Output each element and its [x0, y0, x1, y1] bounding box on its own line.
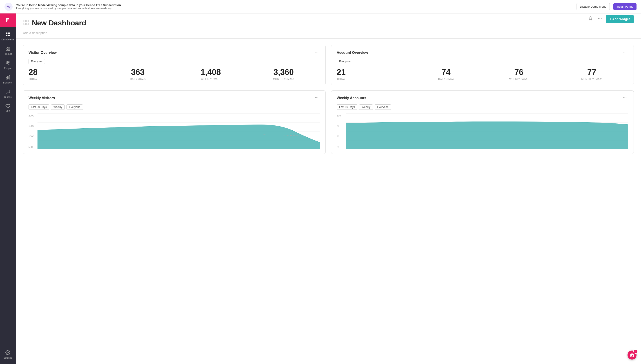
svg-point-28 — [626, 52, 626, 52]
demo-banner: You're in Demo Mode viewing sample data … — [0, 0, 641, 14]
weekly-visitors-header: Weekly Visitors — [29, 95, 320, 101]
weekly-accounts-menu-btn[interactable] — [621, 95, 628, 101]
stat-mau-label: MONTHLY (MAU) — [247, 78, 320, 80]
sidebar-item-behavior[interactable]: Behavior — [0, 72, 16, 86]
stat-today-visitors: 28 TODAY — [29, 68, 102, 80]
account-overview-header: Account Overview — [337, 50, 628, 56]
stat-today-acc-value: 21 — [337, 68, 410, 77]
svg-rect-15 — [24, 20, 26, 22]
wa-y-labels: 100 75 50 25 — [337, 113, 346, 149]
nps-label: NPS — [6, 110, 10, 113]
wv-y-1500: 1500 — [29, 124, 38, 127]
demo-banner-text: You're in Demo Mode viewing sample data … — [16, 3, 573, 10]
sidebar-item-settings[interactable]: Settings — [0, 348, 16, 362]
svg-point-25 — [317, 52, 318, 52]
svg-marker-44 — [631, 354, 633, 357]
svg-point-24 — [316, 52, 317, 52]
wv-y-1000: 1000 — [29, 135, 38, 138]
visitor-overview-menu-btn[interactable] — [313, 50, 320, 56]
install-pendo-btn[interactable]: Install Pendo — [613, 3, 636, 10]
account-overview-stats: 21 TODAY 74 DAILY (DAA) 76 WEEKLY (WAA) … — [337, 68, 628, 80]
svg-point-27 — [624, 52, 625, 52]
weekly-accounts-header: Weekly Accounts — [337, 95, 628, 101]
wa-tag-2: Everyone — [375, 104, 391, 110]
visitor-overview-stats: 28 TODAY 363 DAILY (DAU) 1,408 WEEKLY (W… — [29, 68, 320, 80]
sidebar-item-dashboards[interactable]: Dashboards — [0, 29, 16, 44]
sidebar-item-product[interactable]: Product — [0, 44, 16, 58]
stat-mau: 3,360 MONTHLY (MAU) — [247, 68, 320, 80]
sidebar-item-people[interactable]: People — [0, 58, 16, 72]
behavior-icon — [6, 75, 10, 80]
app-body: Dashboards Product — [0, 14, 641, 364]
stat-wau-label: WEEKLY (WAU) — [174, 78, 247, 80]
account-overview-menu-btn[interactable] — [621, 50, 628, 56]
svg-point-30 — [316, 97, 317, 98]
people-label: People — [4, 67, 12, 70]
visitor-overview-header: Visitor Overview — [29, 50, 320, 56]
svg-rect-6 — [8, 47, 10, 48]
account-overview-title: Account Overview — [337, 51, 368, 55]
weekly-visitors-tags: Last 90 Days Weekly Everyone — [29, 104, 320, 110]
wa-tag-1: Weekly — [359, 104, 373, 110]
stat-wau: 1,408 WEEKLY (WAU) — [174, 68, 247, 80]
stat-dau-value: 363 — [102, 68, 175, 77]
visitor-overview-tag-everyone: Everyone — [29, 59, 45, 64]
account-overview-widget: Account Overview Everyone 21 TODAY — [331, 45, 634, 85]
wa-chart-area — [346, 113, 628, 149]
guides-icon — [6, 89, 10, 95]
svg-marker-19 — [588, 16, 592, 20]
demo-main-text: You're in Demo Mode viewing sample data … — [16, 3, 573, 7]
svg-point-10 — [8, 62, 10, 62]
svg-point-38 — [624, 97, 625, 98]
dashboards-icon — [6, 32, 10, 38]
notification-badge[interactable]: 4 — [627, 350, 636, 360]
disable-demo-btn[interactable]: Disable Demo Mode — [576, 3, 610, 10]
weekly-visitors-widget: Weekly Visitors Last 90 Days Weekly Ever… — [23, 90, 326, 154]
product-label: Product — [4, 53, 12, 55]
wv-chart-area — [38, 113, 320, 149]
stat-dau: 363 DAILY (DAU) — [102, 68, 175, 80]
wv-y-labels: 2000 1500 1000 500 — [29, 113, 38, 149]
more-options-btn[interactable] — [596, 15, 603, 23]
stat-today-acc-label: TODAY — [337, 78, 410, 80]
svg-rect-18 — [27, 23, 28, 25]
svg-point-39 — [626, 97, 626, 98]
sidebar-logo — [0, 14, 16, 27]
stat-waa-label: WEEKLY (WAA) — [482, 78, 555, 80]
dashboard-grid: Visitor Overview Everyone 28 TODAY — [16, 38, 641, 160]
weekly-visitors-title: Weekly Visitors — [29, 96, 55, 100]
sidebar-item-nps[interactable]: NPS — [0, 101, 16, 115]
sidebar: Dashboards Product — [0, 14, 16, 364]
favorite-btn[interactable] — [587, 15, 594, 23]
svg-rect-8 — [8, 49, 10, 50]
svg-point-20 — [598, 18, 599, 19]
wv-tag-1: Weekly — [51, 104, 65, 110]
add-widget-btn[interactable]: + Add Widget — [606, 15, 634, 23]
svg-rect-17 — [24, 23, 26, 25]
wa-y-50: 50 — [337, 135, 346, 138]
settings-label: Settings — [4, 356, 12, 359]
page-title: New Dashboard — [32, 19, 86, 27]
page-description[interactable]: Add a description — [23, 29, 634, 38]
visitor-overview-title: Visitor Overview — [29, 51, 57, 55]
product-icon — [6, 46, 10, 52]
weekly-visitors-menu-btn[interactable] — [313, 95, 320, 101]
svg-point-23 — [315, 52, 316, 52]
people-icon — [6, 60, 10, 66]
svg-rect-11 — [6, 78, 7, 79]
page-header: New Dashboard + Add Widget — [16, 14, 641, 38]
stat-today-value: 28 — [29, 68, 102, 77]
weekly-accounts-chart: 100 75 50 25 — [337, 113, 628, 149]
svg-rect-2 — [8, 32, 10, 34]
weekly-visitors-chart: 2000 1500 1000 500 — [29, 113, 320, 149]
svg-point-26 — [623, 52, 624, 52]
stat-today-label: TODAY — [29, 78, 102, 80]
svg-point-37 — [623, 97, 624, 98]
sidebar-item-guides[interactable]: Guides — [0, 86, 16, 101]
svg-rect-13 — [9, 76, 10, 80]
svg-marker-0 — [6, 18, 9, 23]
nps-icon — [6, 104, 10, 109]
stat-mau-value: 3,360 — [247, 68, 320, 77]
svg-rect-12 — [8, 76, 8, 79]
svg-point-14 — [7, 352, 9, 353]
